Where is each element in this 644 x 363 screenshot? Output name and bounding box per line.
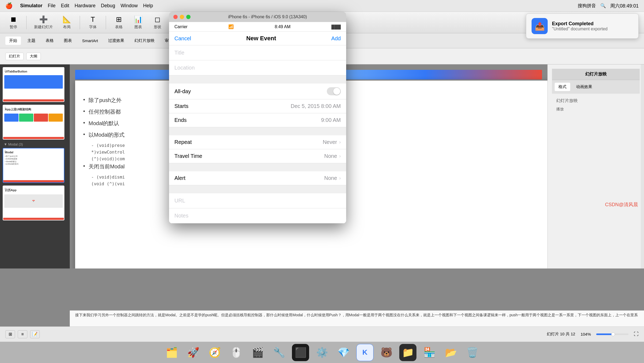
all-day-label: All-day [174, 88, 191, 95]
shape-icon: ◻ [155, 15, 160, 24]
tab-theme[interactable]: 主题 [24, 37, 39, 45]
dock-quicktime[interactable]: 🎬 [249, 344, 266, 361]
slide-number-4: 4 [4, 187, 6, 190]
format-tab-1[interactable]: 格式 [555, 83, 570, 91]
menu-debug[interactable]: Debug [101, 3, 115, 9]
ios-form: Title Location [169, 45, 346, 75]
carrier-label: Carrier [174, 24, 188, 29]
ends-value: 9:00 AM [321, 117, 341, 123]
tab-smartart[interactable]: SmartArt [78, 37, 102, 45]
ime-icon: 搜狗拼音 [578, 3, 596, 9]
dock-appstore[interactable]: 🏪 [421, 344, 438, 361]
apple-menu[interactable]: 🍎 [5, 2, 13, 9]
dock-folder-dark[interactable]: 📁 [399, 344, 416, 361]
all-day-row[interactable]: All-day [169, 84, 346, 99]
dock-mouse[interactable]: 🖱️ [228, 344, 245, 361]
starts-row[interactable]: Starts Dec 5, 2015 8:00 AM [169, 99, 346, 113]
stop-label: 暂停 [10, 25, 17, 30]
title-field[interactable]: Title [169, 45, 346, 60]
starts-label: Starts [174, 103, 188, 109]
dock-keynote[interactable]: K [356, 344, 374, 361]
slides-view-btn[interactable]: 幻灯片 [5, 53, 24, 60]
alert-row[interactable]: Alert None › [169, 171, 346, 185]
new-slide-button[interactable]: ➕ 新建幻灯片 [31, 14, 56, 31]
minimize-dot[interactable] [180, 15, 184, 19]
dock-tools[interactable]: 🔧 [270, 344, 288, 361]
layout-button[interactable]: 📐 布局 [59, 14, 75, 31]
dock-sketch[interactable]: 💎 [335, 344, 352, 361]
slide-thumbnail-4[interactable]: 日历App 📅 4 [3, 186, 64, 220]
travel-time-label: Travel Time [174, 153, 202, 159]
travel-time-row[interactable]: Travel Time None › [169, 149, 346, 163]
dock-finder[interactable]: 🗂️ [163, 344, 180, 361]
tab-start[interactable]: 开始 [5, 37, 21, 45]
dock-trash[interactable]: 🗑️ [464, 344, 481, 361]
slide-thumbnail-1[interactable]: UITabBarButton 1 [3, 67, 64, 102]
fullscreen-dot[interactable] [186, 15, 191, 19]
starts-value: Dec 5, 2015 8:00 AM [291, 103, 341, 109]
zoom-slider[interactable] [596, 333, 628, 335]
repeat-row[interactable]: Repeat Never › [169, 135, 346, 149]
new-slide-icon: ➕ [39, 15, 48, 24]
table-icon: ⊞ [116, 15, 122, 24]
export-text: Export Completed "Untitled" document exp… [552, 21, 608, 31]
thumb-body-3: • 除了push之外• 任何控制器都• Modal的默认• 以Modal的形式 [3, 155, 64, 165]
location-field[interactable]: Location [169, 60, 346, 75]
tab-chart[interactable]: 图表 [60, 37, 76, 45]
iphone-frame: Carrier 📶 8:49 AM ▓▓▓ Cancel New Event A… [169, 22, 346, 223]
scroll-indicator[interactable] [641, 64, 644, 268]
menu-help[interactable]: Help [143, 3, 153, 9]
menu-simulator[interactable]: Simulator [20, 3, 42, 9]
menu-file[interactable]: File [48, 3, 56, 9]
chart-button[interactable]: 📊 图表 [130, 14, 146, 31]
add-button[interactable]: Add [331, 35, 341, 42]
notes-field[interactable]: Notes [169, 208, 346, 223]
dock-bear[interactable]: 🐻 [378, 344, 395, 361]
thumb-red-bar-4 [3, 218, 64, 220]
layout-label: 布局 [63, 25, 71, 30]
menu-edit[interactable]: Edit [61, 3, 69, 9]
search-icon[interactable]: 🔍 [600, 3, 606, 9]
fullscreen-btn[interactable]: ⛶ [634, 331, 639, 337]
url-field[interactable]: URL [169, 193, 346, 208]
ends-row[interactable]: Ends 9:00 AM [169, 113, 346, 127]
slide-thumbnail-3[interactable]: Modal • 除了push之外• 任何控制器都• Modal的默认• 以Mod… [3, 148, 64, 183]
stop-button[interactable]: ⏹ 暂停 [5, 14, 21, 31]
tab-transition[interactable]: 过渡效果 [104, 37, 128, 45]
window-controls [173, 15, 191, 19]
export-popup: 📤 Export Completed "Untitled" document e… [526, 13, 639, 39]
all-day-toggle[interactable] [327, 87, 341, 95]
menu-hardware[interactable]: Hardware [75, 3, 96, 9]
grid-view-btn[interactable]: ⊞ [5, 330, 15, 338]
notes-view-btn[interactable]: 📝 [30, 330, 40, 338]
repeat-value: Never › [323, 139, 341, 145]
zoom-slider-knob[interactable] [611, 332, 615, 336]
canvas-wrapper: 除了push之外 任何控制器都 Modal的默认 以Modal的形式 - (vo… [70, 64, 644, 268]
close-dot[interactable] [173, 15, 178, 19]
toolbar-separator-2 [80, 16, 80, 29]
csdn-watermark: CSDN@清风晨 [605, 201, 638, 208]
format-tab-2[interactable]: 动画效果 [572, 83, 596, 91]
dock-safari[interactable]: 🧭 [206, 344, 223, 361]
cancel-button[interactable]: Cancel [174, 35, 191, 42]
layout-icon: 📐 [63, 15, 71, 24]
menu-window[interactable]: Window [120, 3, 138, 9]
list-view-btn[interactable]: ≡ [18, 330, 27, 338]
dock-settings[interactable]: ⚙️ [313, 344, 331, 361]
table-button[interactable]: ⊞ 表格 [111, 14, 127, 31]
dock-folder-2[interactable]: 📂 [442, 344, 459, 361]
slide-thumbnail-2[interactable]: App上流UI框架结构 2 [3, 105, 64, 140]
tab-slideshow[interactable]: 幻灯片放映 [131, 37, 158, 45]
text-button[interactable]: T 字体 [85, 14, 101, 31]
outline-view-btn[interactable]: 大纲 [26, 53, 41, 60]
export-icon: 📤 [532, 18, 548, 34]
format-panel-content: 幻灯片放映 播放 [552, 94, 640, 118]
nav-title: New Event [246, 35, 276, 42]
dock-launchpad[interactable]: 🚀 [185, 344, 202, 361]
dock-terminal[interactable]: ⬛ [292, 344, 309, 361]
shape-button[interactable]: ◻ 形状 [149, 14, 166, 31]
tab-table[interactable]: 表格 [42, 37, 57, 45]
new-slide-label: 新建幻灯片 [34, 25, 53, 30]
thumb-red-bar-2 [3, 137, 64, 139]
form-section-gap-4 [169, 185, 346, 193]
